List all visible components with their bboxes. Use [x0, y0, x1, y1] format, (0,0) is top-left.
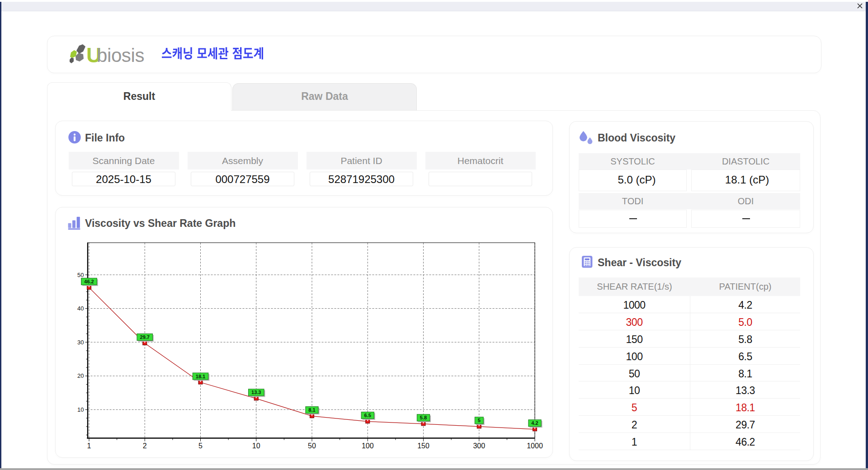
svg-text:46.2: 46.2 [84, 279, 94, 284]
svg-text:10: 10 [77, 406, 84, 413]
svg-text:13.3: 13.3 [251, 390, 261, 395]
svg-text:5: 5 [478, 418, 481, 423]
svg-text:2: 2 [143, 442, 147, 450]
svg-text:18.1: 18.1 [196, 374, 205, 379]
svg-text:6.5: 6.5 [364, 413, 371, 418]
svg-text:4.2: 4.2 [531, 420, 538, 426]
svg-text:8.1: 8.1 [308, 407, 315, 413]
svg-text:50: 50 [308, 442, 316, 450]
svg-text:20: 20 [77, 372, 84, 379]
svg-text:40: 40 [77, 305, 84, 312]
svg-text:10: 10 [252, 442, 260, 450]
svg-text:300: 300 [473, 442, 485, 450]
svg-text:30: 30 [77, 339, 84, 346]
svg-text:1000: 1000 [527, 442, 543, 450]
svg-text:100: 100 [362, 442, 374, 450]
svg-text:150: 150 [417, 442, 429, 450]
svg-text:1: 1 [87, 442, 91, 450]
svg-text:5: 5 [198, 442, 203, 450]
svg-text:29.7: 29.7 [140, 334, 150, 340]
svg-text:5.8: 5.8 [420, 415, 427, 420]
svg-text:50: 50 [77, 272, 84, 278]
